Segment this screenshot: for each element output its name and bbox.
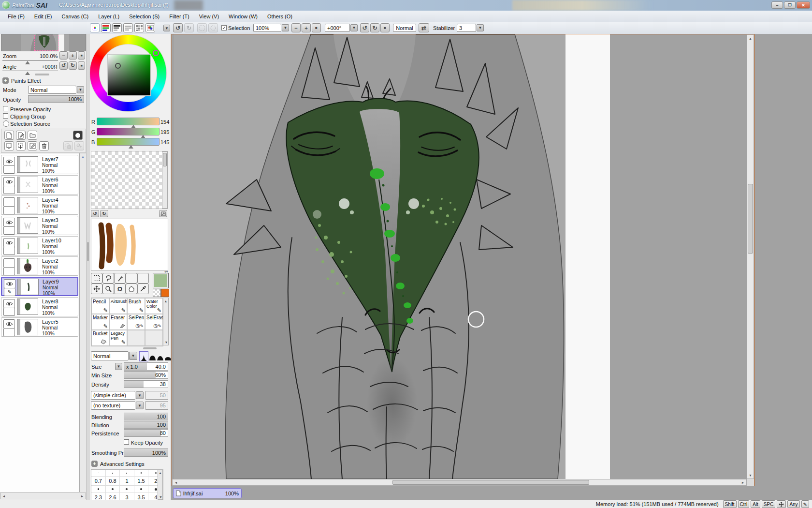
panel-a-scroll-right-arrow[interactable]: ► (79, 493, 86, 499)
any-key-indicator[interactable]: Any (787, 500, 799, 508)
scratchpad-panel-icon[interactable] (145, 23, 155, 32)
tool-grid-scroll-down[interactable]: ▼ (163, 339, 169, 345)
preset-dot[interactable] (106, 470, 120, 476)
zoom-tool-icon[interactable] (102, 284, 114, 294)
color-wheel[interactable] (90, 35, 166, 111)
stabilizer-combo[interactable]: 3 (457, 24, 476, 32)
canvas-scroll-left[interactable]: ◄ (173, 479, 179, 485)
zoom-out-button[interactable]: − (291, 23, 301, 32)
undo-button[interactable]: ↺ (173, 23, 183, 32)
brush-splitter-handle[interactable] (143, 347, 157, 349)
space-key-indicator[interactable]: SPC (762, 500, 776, 508)
nav-angle-slider-handle[interactable] (25, 72, 30, 75)
preset-size[interactable]: 0.8 (106, 476, 120, 485)
layer-mask-button[interactable] (73, 131, 83, 140)
menu-view[interactable]: View (V) (194, 12, 224, 21)
rotate-ccw-button[interactable]: ↺ (360, 23, 369, 32)
tool-legacy-pen[interactable]: Legacy Pen✎ (109, 330, 127, 346)
smoothing-slider[interactable]: 100% (124, 448, 168, 457)
layer10-visibility-toggle[interactable] (3, 238, 15, 247)
new-layer-folder-button[interactable] (28, 131, 37, 140)
color-wheel-panel-icon[interactable] (90, 23, 100, 32)
nav-zoom-out-button[interactable]: − (59, 51, 68, 60)
toolbar-overflow-dropdown[interactable]: ▼ (163, 25, 170, 31)
new-linework-layer-button[interactable] (16, 131, 26, 140)
layer6-visibility-toggle[interactable] (3, 177, 15, 186)
preset-size[interactable]: 1.5 (134, 476, 149, 485)
layer-opacity-slider[interactable]: 100% (28, 95, 84, 103)
layer-row-layer8[interactable]: Layer8 Normal 100% (1, 297, 78, 316)
brush-shape-combo[interactable]: (simple circle) (91, 391, 135, 400)
presets-scroll-down[interactable]: ▼ (158, 494, 163, 499)
brush-tip-round1[interactable] (149, 351, 156, 360)
zoom-combo[interactable]: 100% (253, 24, 281, 32)
layer5-extra-toggle[interactable] (3, 328, 15, 336)
merge-down-button[interactable] (16, 141, 26, 150)
lasso-tool-icon[interactable] (102, 273, 114, 284)
layer-mode-combo[interactable]: Normal (28, 86, 76, 94)
maximize-button[interactable]: ❐ (784, 1, 796, 9)
menu-file[interactable]: File (F) (3, 12, 29, 21)
transparent-color-swatch[interactable] (153, 289, 161, 297)
layer6-extra-toggle[interactable] (3, 186, 15, 194)
move-tool-icon[interactable] (91, 284, 102, 294)
canvas-scroll-up[interactable]: ▲ (747, 35, 754, 42)
grayscale-slider-panel-icon[interactable] (112, 23, 122, 32)
brush-texture-combo[interactable]: (no texture) (91, 401, 135, 410)
canvas-scroll-right[interactable]: ► (740, 479, 746, 485)
tool-bucket[interactable]: Bucket (91, 330, 109, 346)
swatches-panel-icon[interactable] (134, 23, 144, 32)
divider-handle[interactable] (87, 242, 89, 261)
nav-zoom-slider-handle[interactable] (25, 61, 30, 64)
keep-opacity-checkbox[interactable] (124, 439, 129, 445)
nav-angle-slider[interactable] (2, 71, 58, 71)
presets-scroll-up[interactable]: ▲ (158, 470, 162, 475)
selection-checkbox[interactable]: ✓ (221, 25, 227, 30)
layer2-visibility-toggle[interactable] (3, 258, 15, 268)
blending-slider[interactable]: 100 (124, 413, 168, 420)
layer-row-layer3[interactable]: Layer3 Normal 100% (1, 216, 78, 235)
pan-mode-indicator[interactable] (777, 500, 786, 508)
deselect-button[interactable] (197, 23, 207, 32)
nav-zoom-slider[interactable] (2, 60, 58, 60)
nav-zoom-in-button[interactable]: + (69, 51, 77, 60)
preset-size[interactable]: 2.6 (106, 493, 120, 500)
swatches-area[interactable] (91, 151, 168, 209)
document-tab[interactable]: lhfrjif.sai 100% (173, 488, 242, 498)
preset-dot[interactable] (120, 485, 134, 493)
paints-effect-expand-icon[interactable]: + (2, 77, 9, 84)
zoom-reset-button[interactable]: ■ (312, 23, 321, 32)
nav-zoom-reset-button[interactable]: ■ (78, 51, 85, 60)
tool-watercolor[interactable]: Water Color✎ (145, 298, 163, 314)
layer-row-layer10[interactable]: Layer10 Normal 100% (1, 236, 78, 255)
tool-eraser[interactable]: Eraser (109, 314, 127, 330)
layers-scrollbar[interactable]: ▲ (79, 153, 86, 492)
menu-selection[interactable]: Selection (S) (124, 12, 164, 21)
scratchpad-undo-button[interactable]: ↺ (91, 210, 99, 217)
angle-reset-button[interactable]: ■ (380, 23, 390, 32)
flip-horizontal-button[interactable]: ⇄ (419, 23, 429, 32)
layer9-paint-tool-icon[interactable]: ✎ (4, 288, 15, 296)
tool-airbrush[interactable]: AirBrush✎ (109, 298, 127, 314)
layer-row-layer7[interactable]: Layer7 Normal 100% (1, 155, 78, 174)
layer8-extra-toggle[interactable] (3, 308, 15, 316)
brush-blend-mode-combo[interactable]: Normal (91, 351, 129, 360)
close-button[interactable]: ✕ (797, 1, 810, 9)
menu-canvas[interactable]: Canvas (C) (57, 12, 94, 21)
layer8-visibility-toggle[interactable] (3, 299, 15, 308)
angle-combo[interactable]: +000° (325, 24, 350, 32)
preset-dot[interactable] (134, 485, 149, 493)
layer3-visibility-toggle[interactable] (3, 218, 15, 227)
invert-selection-button[interactable] (208, 23, 218, 32)
ctrl-key-indicator[interactable]: Ctrl (738, 500, 750, 508)
layer-row-layer6[interactable]: Layer6 Normal 100% (1, 175, 78, 194)
hand-tool-icon[interactable] (126, 284, 137, 294)
transfer-down-button[interactable] (4, 141, 14, 150)
menu-edit[interactable]: Edit (E) (29, 12, 57, 21)
brush-tip-flat[interactable] (164, 351, 172, 360)
brush-texture-dropdown[interactable]: ▼ (136, 402, 144, 409)
canvas-scroll-down[interactable]: ▼ (747, 472, 754, 478)
selection-source-radio[interactable] (3, 120, 9, 127)
dilution-slider[interactable]: 100 (124, 421, 168, 429)
presets-scrollbar[interactable]: ▲ ▼ (158, 470, 163, 500)
